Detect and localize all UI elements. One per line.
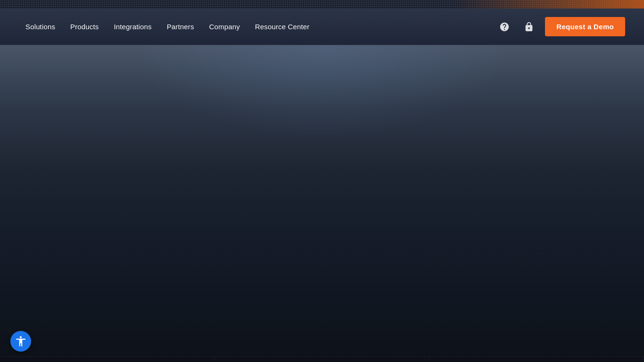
nav-link-solutions[interactable]: Solutions [19, 19, 62, 34]
request-demo-button[interactable]: Request a Demo [545, 17, 625, 36]
accessibility-button[interactable] [10, 331, 31, 352]
bottom-bar-segment-1 [0, 357, 215, 362]
question-mark-icon [499, 22, 510, 32]
login-icon-button[interactable] [520, 18, 537, 35]
bottom-bar-segment-3 [429, 357, 644, 362]
nav-link-company[interactable]: Company [203, 19, 247, 34]
top-texture-bar [0, 0, 644, 8]
nav-link-partners[interactable]: Partners [160, 19, 201, 34]
main-hero-area [0, 45, 644, 356]
nav-right: Request a Demo [496, 17, 625, 36]
nav-link-products[interactable]: Products [64, 19, 105, 34]
nav-left: Solutions Products Integrations Partners… [19, 19, 316, 34]
nav-link-integrations[interactable]: Integrations [107, 19, 158, 34]
nav-link-resource-center[interactable]: Resource Center [248, 19, 316, 34]
bottom-bar-segment-2 [215, 357, 429, 362]
bottom-bar [0, 356, 644, 362]
navbar: Solutions Products Integrations Partners… [0, 8, 644, 45]
accessibility-icon [15, 335, 27, 347]
lock-icon [524, 22, 534, 32]
help-icon-button[interactable] [496, 18, 513, 35]
nav-links: Solutions Products Integrations Partners… [19, 19, 316, 34]
